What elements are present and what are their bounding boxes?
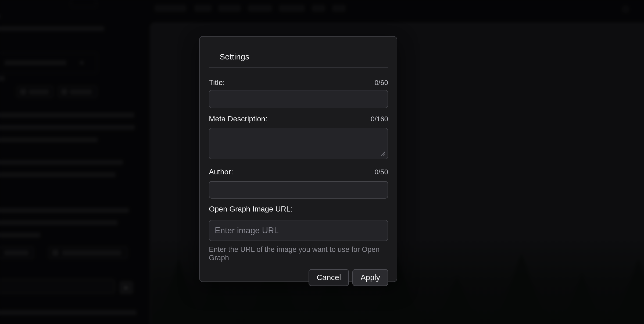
- modal-title: Settings: [220, 52, 388, 61]
- og-image-url-helper-text: Enter the URL of the image you want to u…: [209, 245, 388, 262]
- title-counter: 0/60: [374, 79, 388, 87]
- author-label: Author:: [209, 168, 233, 176]
- screen: ✕: [0, 0, 644, 324]
- title-input[interactable]: [209, 90, 388, 108]
- og-image-url-input[interactable]: [209, 220, 388, 241]
- author-counter: 0/50: [374, 168, 388, 176]
- og-image-url-label: Open Graph Image URL:: [209, 205, 292, 213]
- apply-button[interactable]: Apply: [352, 269, 388, 286]
- cancel-button[interactable]: Cancel: [309, 269, 349, 286]
- title-label: Title:: [209, 78, 225, 87]
- meta-description-textarea[interactable]: [209, 128, 388, 159]
- author-input[interactable]: [209, 181, 388, 199]
- resize-handle-icon[interactable]: [380, 151, 386, 157]
- meta-description-label: Meta Description:: [209, 115, 267, 123]
- meta-description-counter: 0/160: [371, 115, 388, 123]
- settings-modal: Settings Title: 0/60 Meta Description: 0…: [199, 36, 397, 282]
- divider: [209, 67, 388, 68]
